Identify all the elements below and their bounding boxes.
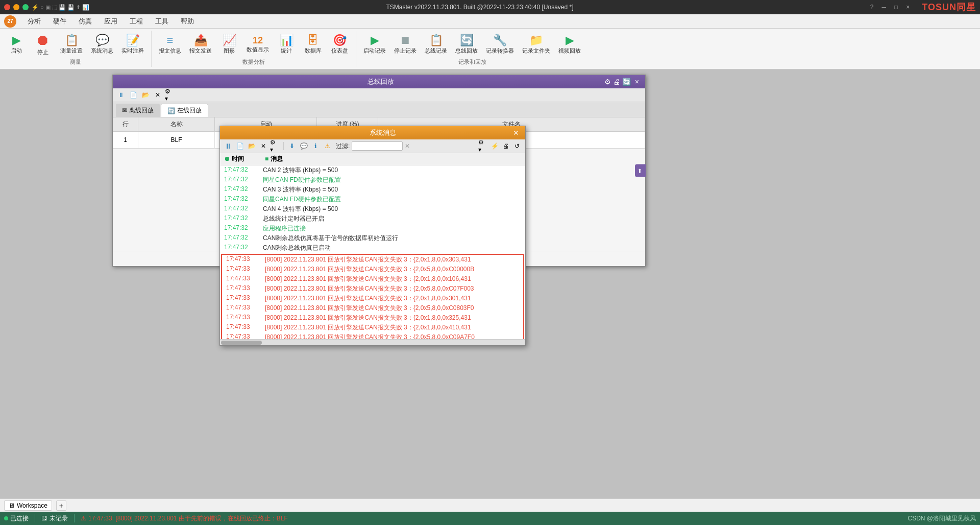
filter-label: 过滤:	[336, 142, 350, 151]
system-message-button[interactable]: 💬 系统消息	[88, 33, 116, 57]
sys-config-icon[interactable]: ⚙ ▾	[478, 141, 488, 151]
bus-playback-close-button[interactable]: ×	[633, 78, 641, 86]
menu-tools[interactable]: 工具	[150, 16, 174, 27]
analysis-group-label: 数据分析	[242, 58, 265, 67]
app-logo: 27	[4, 15, 16, 28]
horizontal-scrollbar[interactable]	[220, 339, 525, 345]
database-icon: 🗄	[307, 35, 318, 46]
dashboard-button[interactable]: 🎯 仪表盘	[327, 33, 352, 57]
offline-tab-label: 离线回放	[129, 106, 154, 115]
bus-playback-refresh-icon[interactable]: 🔄	[622, 78, 631, 86]
msg-line-8: 17:47:32 CAN剩余总线仿真将基于信号的数据库初始值运行	[220, 233, 525, 243]
err-line-2: 17:47:33 [8000] 2022.11.23.801 回放引擎发送CAN…	[222, 265, 523, 274]
log-folder-button[interactable]: 📁 记录文件夹	[519, 33, 553, 57]
tab-offline-playback[interactable]: ✉ 离线回放	[116, 104, 160, 117]
record-icon: 🖫	[41, 515, 47, 522]
video-playback-icon: ▶	[566, 35, 574, 46]
bus-playback-print-icon[interactable]: 🖨	[613, 78, 620, 86]
menu-application[interactable]: 应用	[99, 16, 122, 27]
system-message-icon: 💬	[95, 35, 109, 46]
sys-down-icon[interactable]: ⬇	[287, 141, 297, 151]
bus-playback-tabs: ✉ 离线回放 🔄 在线回放	[113, 102, 645, 117]
stop-label: 停止	[37, 49, 48, 56]
menu-hardware[interactable]: 硬件	[48, 16, 71, 27]
sys-new-icon[interactable]: 📄	[235, 141, 245, 151]
sys-delete-icon[interactable]: ✕	[258, 141, 268, 151]
sys-msg-close-button[interactable]: ✕	[511, 129, 521, 137]
graph-button[interactable]: 📈 图形	[217, 33, 241, 57]
bp-pause-icon[interactable]: ⏸	[116, 90, 126, 100]
menu-help[interactable]: 帮助	[176, 16, 199, 27]
offline-tab-icon: ✉	[122, 107, 127, 114]
stop-record-button[interactable]: ⏹ 停止记录	[391, 33, 420, 57]
bp-delete-icon[interactable]: ✕	[153, 90, 163, 100]
message-content[interactable]: 17:47:32 CAN 2 波特率 (Kbps) = 500 17:47:32…	[220, 165, 525, 339]
error-status-item: ⚠ 17:47:33: [8000] 2022.11.23.801 由于先前的错…	[81, 514, 288, 523]
analysis-buttons: ≡ 报文信息 📤 报文发送 📈 图形 12 数值显示 📊 统计 🗄 数据库	[156, 31, 352, 58]
message-info-button[interactable]: ≡ 报文信息	[156, 33, 184, 57]
tab-online-playback[interactable]: 🔄 在线回放	[161, 104, 208, 117]
record-group-label: 记录和回放	[458, 58, 486, 67]
video-playback-button[interactable]: ▶ 视频回放	[555, 33, 584, 57]
menu-project[interactable]: 工程	[125, 16, 148, 27]
bp-settings-icon[interactable]: ⚙ ▾	[165, 90, 175, 100]
sys-settings-icon[interactable]: ⚙ ▾	[270, 141, 280, 151]
bus-playback-titlebar: 总线回放 ⚙ 🖨 🔄 ×	[113, 75, 645, 88]
sys-refresh-icon[interactable]: ↺	[512, 141, 522, 151]
title-bar-controls: ? ─ □ × TOSUN同星	[870, 1, 976, 13]
menu-analysis[interactable]: 分析	[22, 16, 46, 27]
log-converter-button[interactable]: 🔧 记录转换器	[483, 33, 517, 57]
title-bar: ⚡ ○ ▣ ⬚ 💾 💾 ⬆ 📊 TSMaster v2022.11.23.801…	[0, 0, 980, 14]
stop-button[interactable]: ⏺ 停止	[31, 31, 55, 58]
toolbar: ▶ 启动 ⏺ 停止 📋 测量设置 💬 系统消息 📝 实时注释 测量	[0, 29, 980, 69]
bus-playback-settings-icon[interactable]: ⚙	[604, 78, 611, 86]
header-time: ⏺ 时间	[220, 153, 261, 165]
help-icon[interactable]: ?	[870, 4, 874, 11]
maximize-button[interactable]: □	[894, 4, 898, 11]
start-icon: ▶	[12, 35, 21, 46]
sys-warn-icon[interactable]: ⚠	[322, 141, 332, 151]
stop-record-label: 停止记录	[394, 47, 416, 55]
toolbar-group-record: ▶ 启动记录 ⏹ 停止记录 📋 总线记录 🔄 总线回放 🔧 记录转换器 📁	[356, 31, 588, 67]
bp-open-icon[interactable]: 📂	[140, 90, 151, 100]
sys-flash-icon[interactable]: ⚡	[489, 141, 500, 151]
menu-simulation[interactable]: 仿真	[74, 16, 97, 27]
filter-input[interactable]	[352, 141, 403, 151]
err-line-3: 17:47:33 [8000] 2022.11.23.801 回放引擎发送CAN…	[222, 274, 523, 284]
workspace-tab[interactable]: 🖥 Workspace	[4, 500, 52, 511]
system-message-window: 系统消息 ✕ ⏸ 📄 📂 ✕ ⚙ ▾ ⬇ 💬 ℹ ⚠ 过滤: ✕ ⚙ ▾ ⚡ 🖨	[219, 126, 526, 346]
sys-print2-icon[interactable]: 🖨	[501, 141, 511, 151]
close-button[interactable]: ×	[906, 4, 910, 11]
start-record-label: 启动记录	[363, 47, 386, 55]
realtime-note-button[interactable]: 📝 实时注释	[118, 33, 147, 57]
msg-line-5: 17:47:32 CAN 4 波特率 (Kbps) = 500	[220, 204, 525, 214]
message-send-icon: 📤	[194, 35, 208, 46]
start-record-button[interactable]: ▶ 启动记录	[360, 33, 389, 57]
dot-yellow	[13, 4, 19, 10]
filter-clear-icon[interactable]: ✕	[405, 142, 410, 150]
start-button[interactable]: ▶ 启动	[4, 33, 29, 57]
start-label: 启动	[11, 47, 22, 55]
scroll-thumb[interactable]	[221, 341, 262, 345]
bus-log-button[interactable]: 📋 总线记录	[422, 33, 450, 57]
dashboard-icon: 🎯	[333, 35, 347, 46]
value-display-button[interactable]: 12 数值显示	[243, 34, 272, 56]
bus-playback-button[interactable]: 🔄 总线回放	[452, 33, 481, 57]
bus-playback-window-toolbar: ⏸ 📄 📂 ✕ ⚙ ▾	[113, 88, 645, 102]
side-tab[interactable]: ⬅	[635, 164, 646, 177]
sys-open-icon[interactable]: 📂	[247, 141, 257, 151]
measure-settings-button[interactable]: 📋 测量设置	[57, 33, 86, 57]
bus-playback-title: 总线回放	[158, 77, 604, 86]
sys-msg-icon[interactable]: 💬	[299, 141, 309, 151]
sys-pause-icon[interactable]: ⏸	[223, 141, 233, 151]
bp-new-icon[interactable]: 📄	[128, 90, 138, 100]
header-message: ■ 消息	[261, 153, 525, 165]
database-button[interactable]: 🗄 数据库	[301, 33, 325, 57]
message-send-button[interactable]: 📤 报文发送	[186, 33, 215, 57]
sys-info-icon[interactable]: ℹ	[310, 141, 321, 151]
add-tab-button[interactable]: +	[56, 500, 66, 511]
statistics-button[interactable]: 📊 统计	[274, 33, 299, 57]
minimize-button[interactable]: ─	[882, 4, 887, 11]
sys-msg-titlebar: 系统消息 ✕	[220, 126, 525, 139]
app-title: TSMaster v2022.11.23.801. Built @2022-11…	[89, 4, 870, 11]
